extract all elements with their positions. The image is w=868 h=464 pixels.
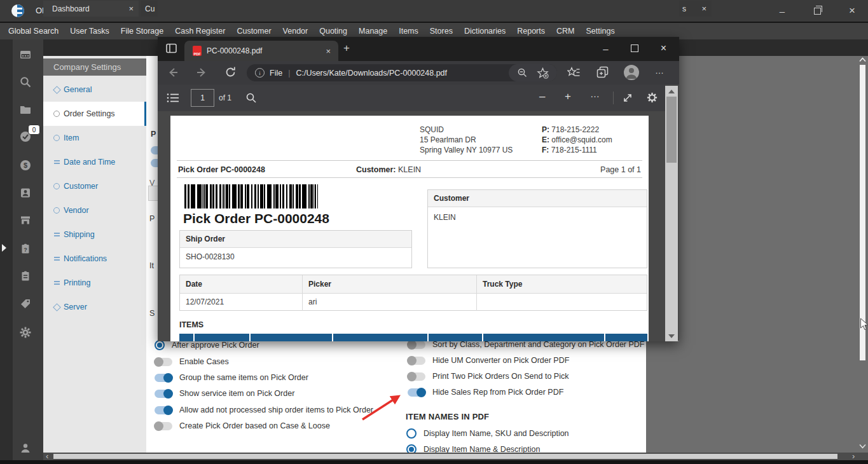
app-restore-button[interactable] (803, 0, 832, 22)
money-icon[interactable]: $ (19, 159, 32, 172)
toggle-hide-sales-rep[interactable]: Hide Sales Rep from Pick Order PDF (408, 386, 563, 399)
edge-tab-pdf[interactable]: PDF PC-0000248.pdf × (184, 41, 338, 61)
pdf-more-icon[interactable]: … (590, 88, 600, 99)
menu-global-search[interactable]: Global Search (3, 27, 64, 36)
scroll-down-icon[interactable] (668, 334, 675, 338)
collections-icon[interactable] (596, 66, 609, 78)
toggle-enable-cases[interactable]: Enable Cases (155, 355, 229, 368)
toggle-allow-add-not-processed[interactable]: Allow add not processed ship order items… (155, 404, 373, 416)
toggle-switch[interactable] (155, 406, 172, 414)
fit-to-page-icon[interactable] (622, 92, 633, 104)
page-info-icon[interactable]: i (255, 68, 265, 78)
pdf-scrollbar[interactable] (665, 86, 678, 341)
favorites-bar-icon[interactable] (567, 67, 580, 78)
app-vertical-scrollbar-thumb[interactable] (860, 65, 865, 360)
tab-dashboard[interactable]: Dashboard × (43, 1, 139, 17)
app-horizontal-scrollbar[interactable]: ‹ › (43, 453, 868, 460)
new-tab-icon[interactable]: + (343, 42, 350, 55)
menu-vendor[interactable]: Vendor (277, 27, 314, 36)
settings-nav-shipping[interactable]: Shipping (43, 222, 146, 247)
contact-icon[interactable] (19, 186, 32, 199)
expand-arrow-icon[interactable] (2, 244, 6, 252)
toggle-print-two-pick-orders[interactable]: Print Two Pick Orders On Send to Pick (408, 370, 568, 383)
menu-quoting[interactable]: Quoting (313, 27, 353, 36)
radio-display-name-sku-description[interactable]: Display Item Name, SKU and Description (406, 427, 569, 440)
pdf-scrollbar-thumb[interactable] (666, 97, 677, 163)
profile-avatar[interactable] (624, 65, 639, 80)
toggle-switch[interactable] (408, 357, 425, 365)
app-close-button[interactable]: × (837, 0, 867, 22)
menu-manage[interactable]: Manage (353, 27, 393, 36)
settings-nav-customer[interactable]: Customer (43, 174, 146, 198)
scroll-up-icon[interactable] (668, 90, 675, 93)
edge-minimize-button[interactable]: – (591, 37, 620, 60)
scroll-left-icon[interactable]: ‹ (46, 452, 48, 460)
menu-cash-register[interactable]: Cash Register (169, 27, 231, 36)
toc-icon[interactable] (167, 93, 179, 103)
tab-hidden-right-fragment[interactable]: s × (679, 1, 712, 17)
menu-reports[interactable]: Reports (511, 27, 551, 36)
settings-nav-notifications[interactable]: Notifications (43, 247, 146, 271)
radio-icon[interactable] (155, 340, 165, 350)
settings-nav-order-settings[interactable]: Order Settings (43, 102, 146, 126)
settings-nav-vendor[interactable]: Vendor (43, 198, 146, 222)
app-vertical-scrollbar[interactable] (857, 56, 868, 453)
toggle-switch[interactable] (408, 341, 425, 349)
edge-more-icon[interactable]: … (655, 65, 665, 76)
toggle-show-service-item[interactable]: Show service item on Pick Order (155, 387, 294, 400)
search-icon[interactable] (19, 76, 32, 88)
pdf-search-icon[interactable] (245, 92, 257, 104)
settings-nav-date-and-time[interactable]: Date and Time (43, 150, 146, 174)
address-bar[interactable]: i File | C:/Users/Kate/Downloads/PC-0000… (247, 64, 557, 81)
edge-maximize-button[interactable] (620, 37, 649, 60)
scroll-down-icon[interactable] (859, 444, 866, 449)
pdf-settings-gear-icon[interactable] (646, 92, 658, 104)
user-icon[interactable] (19, 442, 32, 454)
refresh-icon[interactable] (224, 66, 237, 78)
toggle-switch[interactable] (155, 422, 172, 430)
settings-nav-general[interactable]: General (43, 78, 146, 102)
toggle-switch[interactable] (408, 388, 425, 397)
scroll-right-icon[interactable]: › (852, 452, 855, 460)
clipboard-question-icon[interactable]: ? (19, 242, 32, 255)
toggle-switch[interactable] (408, 372, 425, 381)
toggle-create-pick-order-case-loose[interactable]: Create Pick Order based on Case & Loose (155, 420, 330, 432)
radio-icon[interactable] (406, 428, 417, 439)
forward-icon[interactable] (196, 67, 207, 78)
tab-close-icon[interactable]: × (123, 4, 139, 13)
settings-nav-printing[interactable]: Printing (43, 271, 146, 295)
gear-icon[interactable] (19, 326, 32, 339)
toggle-hide-um-converter[interactable]: Hide UM Converter on Pick Order PDF (408, 354, 569, 367)
menu-crm[interactable]: CRM (551, 27, 580, 36)
tag-icon[interactable] (19, 297, 32, 310)
menu-settings[interactable]: Settings (580, 27, 620, 36)
back-icon[interactable] (167, 67, 179, 78)
scroll-up-icon[interactable] (859, 57, 866, 62)
menu-stores[interactable]: Stores (424, 27, 458, 36)
menu-customer[interactable]: Customer (231, 27, 277, 36)
menu-user-tasks[interactable]: User Tasks (64, 27, 115, 36)
folder-icon[interactable] (19, 103, 32, 116)
edge-close-button[interactable]: × (649, 37, 678, 60)
app-minimize-button[interactable]: – (768, 0, 797, 22)
menu-file-storage[interactable]: File Storage (115, 27, 169, 36)
store-icon[interactable] (19, 214, 32, 226)
app-horizontal-scrollbar-thumb[interactable] (53, 454, 837, 459)
dashboard-icon[interactable] (19, 48, 32, 61)
tab-hidden-left-fragment[interactable]: Cu (141, 1, 158, 17)
page-number-input[interactable]: 1 (191, 89, 214, 107)
menu-items[interactable]: Items (393, 27, 424, 36)
edge-tab-close-icon[interactable]: × (318, 46, 338, 56)
zoom-in-button[interactable]: + (565, 90, 571, 103)
tab-actions-icon[interactable] (166, 43, 177, 53)
toggle-switch[interactable] (155, 390, 172, 398)
zoom-out-button[interactable]: – (539, 90, 545, 103)
add-favorite-icon[interactable] (537, 67, 549, 79)
settings-nav-item[interactable]: Item (43, 126, 146, 150)
clipboard-list-icon[interactable] (19, 270, 32, 282)
settings-nav-server[interactable]: Server (43, 295, 146, 319)
tab-close-icon[interactable]: × (696, 4, 712, 13)
menu-dictionaries[interactable]: Dictionaries (458, 27, 511, 36)
toggle-switch[interactable] (155, 374, 172, 382)
zoom-out-icon[interactable] (517, 67, 528, 78)
